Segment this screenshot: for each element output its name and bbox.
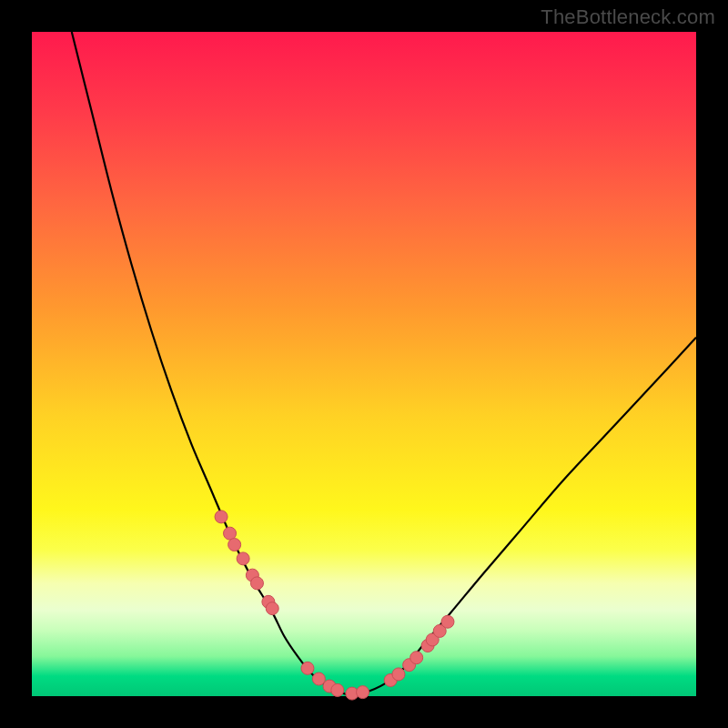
chart-svg [32,32,696,696]
marker-dot [410,652,423,664]
marker-dot [357,686,369,699]
marker-group [215,511,454,700]
marker-dot [301,662,314,674]
watermark-text: TheBottleneck.com [541,5,715,29]
marker-dot [224,527,237,540]
marker-dot [237,552,249,565]
marker-dot [392,668,405,681]
marker-dot [250,577,263,590]
marker-dot [215,511,228,523]
bottleneck-curve [72,32,696,695]
plot-area [32,32,696,696]
chart-frame: TheBottleneck.com [0,0,728,728]
marker-dot [441,615,454,628]
marker-dot [331,683,344,696]
marker-dot [228,539,241,551]
marker-dot [266,602,278,615]
